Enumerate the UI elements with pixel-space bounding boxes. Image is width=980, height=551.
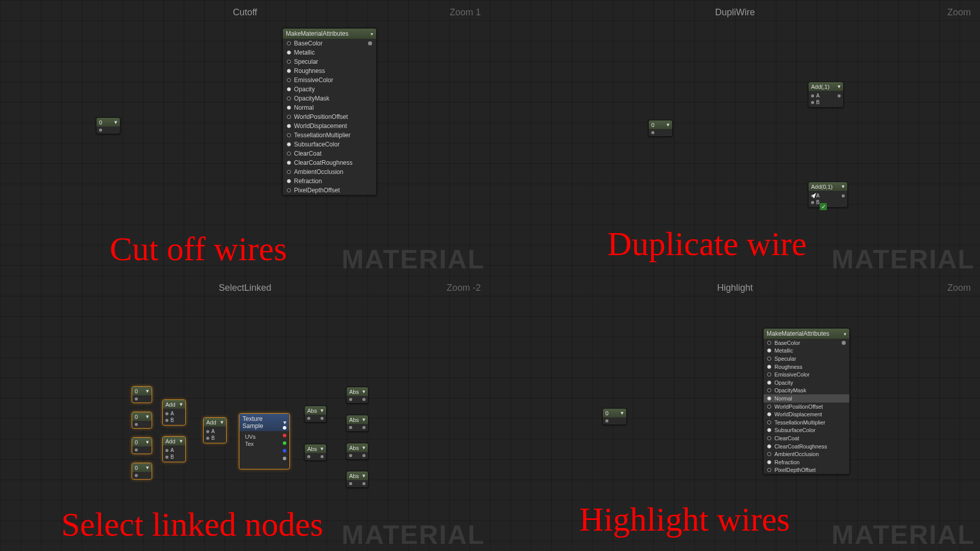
- output-pin-r[interactable]: [283, 434, 286, 437]
- input-pin[interactable]: [767, 341, 771, 345]
- input-pin-a[interactable]: [811, 194, 814, 197]
- abs-node[interactable]: Abs▾: [346, 471, 369, 488]
- pin-emissivecolor[interactable]: EmissiveColor: [764, 370, 849, 379]
- constant-node[interactable]: 0▾: [96, 117, 120, 134]
- input-pin-a[interactable]: [811, 94, 814, 97]
- pin-refraction[interactable]: Refraction: [283, 177, 376, 186]
- constant-node[interactable]: 0▾: [648, 120, 673, 137]
- pin-pixeldepthoffset[interactable]: PixelDepthOffset: [764, 466, 849, 474]
- input-pin[interactable]: [767, 365, 771, 369]
- input-pin[interactable]: [287, 170, 291, 174]
- output-pin[interactable]: [842, 341, 846, 345]
- pin-specular[interactable]: Specular: [283, 57, 376, 66]
- pin-clearcoat[interactable]: ClearCoat: [283, 149, 376, 158]
- abs-node[interactable]: Abs▾: [304, 406, 327, 422]
- input-pin[interactable]: [767, 396, 771, 400]
- input-pin[interactable]: [767, 444, 771, 448]
- pin-subsurfacecolor[interactable]: SubsurfaceColor: [283, 140, 376, 149]
- input-pin[interactable]: [767, 452, 771, 456]
- input-pin[interactable]: [287, 124, 291, 128]
- output-pin-b[interactable]: [283, 449, 286, 453]
- output-pin-rgb[interactable]: [283, 426, 286, 430]
- pin-opacity[interactable]: Opacity: [283, 85, 376, 94]
- pin-basecolor[interactable]: BaseColor: [764, 339, 849, 347]
- input-pin[interactable]: [287, 188, 291, 192]
- input-pin[interactable]: [767, 372, 771, 377]
- input-pin-b[interactable]: [811, 201, 814, 204]
- texture-sample-node[interactable]: Texture Sample▾ UVs Tex: [239, 413, 290, 469]
- input-pin[interactable]: [767, 436, 771, 440]
- constant-node[interactable]: 0▾: [132, 463, 152, 480]
- input-pin[interactable]: [767, 468, 771, 472]
- input-pin[interactable]: [287, 152, 291, 156]
- pin-pixeldepthoffset[interactable]: PixelDepthOffset: [283, 186, 376, 195]
- make-material-attributes-node[interactable]: MakeMaterialAttributes▾ BaseColorMetalli…: [763, 328, 850, 474]
- input-pin[interactable]: [767, 381, 771, 385]
- pin-ambientocclusion[interactable]: AmbientOcclusion: [283, 167, 376, 177]
- abs-node[interactable]: Abs▾: [346, 443, 369, 460]
- pin-opacitymask[interactable]: OpacityMask: [764, 387, 849, 395]
- add-node[interactable]: Add▾AB: [203, 417, 227, 443]
- pin-worldpositionoffset[interactable]: WorldPositionOffset: [283, 112, 376, 121]
- add-node-2[interactable]: Add(0,1)▾ A B: [808, 182, 848, 208]
- input-pin[interactable]: [767, 460, 771, 464]
- input-pin[interactable]: [767, 420, 771, 424]
- pin-ambientocclusion[interactable]: AmbientOcclusion: [764, 450, 849, 458]
- abs-node[interactable]: Abs▾: [346, 415, 369, 432]
- constant-node[interactable]: 0▾: [132, 437, 152, 454]
- output-pin[interactable]: [838, 94, 841, 97]
- pin-worldpositionoffset[interactable]: WorldPositionOffset: [764, 403, 849, 411]
- constant-node[interactable]: 0▾: [132, 386, 152, 403]
- output-pin[interactable]: [842, 194, 845, 197]
- make-material-attributes-node[interactable]: MakeMaterialAttributes▾ BaseColorMetalli…: [282, 28, 377, 195]
- input-pin[interactable]: [767, 428, 771, 432]
- input-pin[interactable]: [287, 115, 291, 119]
- input-pin[interactable]: [287, 161, 291, 165]
- input-pin[interactable]: [767, 348, 771, 353]
- add-node[interactable]: Add▾AB: [162, 436, 186, 462]
- pin-basecolor[interactable]: BaseColor: [283, 39, 376, 48]
- output-pin-g[interactable]: [283, 441, 286, 445]
- output-pin[interactable]: [368, 41, 372, 45]
- input-pin[interactable]: [767, 412, 771, 416]
- pin-opacitymask[interactable]: OpacityMask: [283, 94, 376, 103]
- input-pin[interactable]: [287, 41, 291, 45]
- output-pin-a[interactable]: [283, 457, 286, 460]
- input-pin[interactable]: [287, 60, 291, 64]
- input-pin-b[interactable]: [811, 101, 814, 104]
- pin-clearcoatroughness[interactable]: ClearCoatRoughness: [764, 442, 849, 450]
- pin-normal[interactable]: Normal: [764, 394, 849, 403]
- output-pin[interactable]: [651, 131, 654, 134]
- pin-roughness[interactable]: Roughness: [764, 363, 849, 371]
- pin-emissivecolor[interactable]: EmissiveColor: [283, 76, 376, 85]
- input-pin[interactable]: [287, 87, 291, 91]
- input-pin[interactable]: [287, 142, 291, 146]
- pin-metallic[interactable]: Metallic: [283, 48, 376, 57]
- constant-node[interactable]: 0▾: [602, 408, 627, 425]
- pin-tessellationmultiplier[interactable]: TessellationMultiplier: [764, 418, 849, 427]
- pin-specular[interactable]: Specular: [764, 355, 849, 363]
- input-pin[interactable]: [287, 179, 291, 183]
- pin-worlddisplacement[interactable]: WorldDisplacement: [283, 121, 376, 131]
- pin-roughness[interactable]: Roughness: [283, 66, 376, 76]
- input-pin[interactable]: [287, 78, 291, 82]
- pin-clearcoatroughness[interactable]: ClearCoatRoughness: [283, 158, 376, 167]
- abs-node[interactable]: Abs▾: [346, 387, 369, 404]
- pin-refraction[interactable]: Refraction: [764, 458, 849, 466]
- pin-clearcoat[interactable]: ClearCoat: [764, 434, 849, 442]
- input-pin[interactable]: [287, 133, 291, 137]
- pin-subsurfacecolor[interactable]: SubsurfaceColor: [764, 427, 849, 435]
- add-node[interactable]: Add▾AB: [162, 399, 186, 425]
- abs-node[interactable]: Abs▾: [304, 444, 327, 461]
- input-pin[interactable]: [767, 405, 771, 409]
- pin-metallic[interactable]: Metallic: [764, 347, 849, 355]
- input-pin[interactable]: [287, 69, 291, 73]
- input-pin[interactable]: [287, 106, 291, 110]
- add-node-1[interactable]: Add(,1)▾ A B: [808, 82, 844, 108]
- pin-normal[interactable]: Normal: [283, 103, 376, 112]
- input-pin[interactable]: [287, 96, 291, 101]
- pin-tessellationmultiplier[interactable]: TessellationMultiplier: [283, 131, 376, 140]
- input-pin[interactable]: [287, 51, 291, 55]
- input-pin[interactable]: [767, 388, 771, 392]
- output-pin[interactable]: [605, 419, 608, 422]
